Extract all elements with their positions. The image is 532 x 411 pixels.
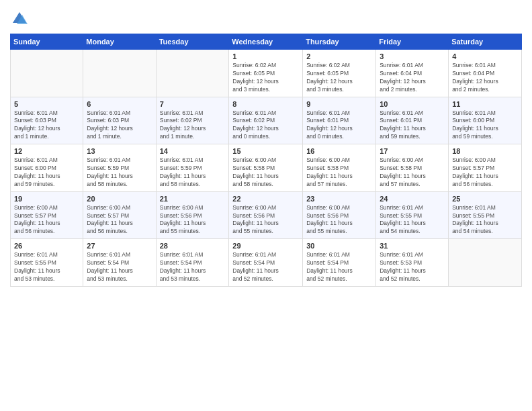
day-number: 15 — [232, 147, 299, 155]
week-row-2: 5Sunrise: 6:01 AM Sunset: 6:03 PM Daylig… — [11, 97, 522, 144]
day-info: Sunrise: 6:02 AM Sunset: 6:05 PM Dayligh… — [306, 62, 372, 94]
calendar-cell — [449, 239, 522, 287]
calendar-cell: 13Sunrise: 6:01 AM Sunset: 5:59 PM Dayli… — [83, 144, 156, 192]
day-info: Sunrise: 6:00 AM Sunset: 5:58 PM Dayligh… — [306, 156, 372, 189]
day-info: Sunrise: 6:01 AM Sunset: 5:55 PM Dayligh… — [14, 251, 79, 283]
calendar-cell: 29Sunrise: 6:01 AM Sunset: 5:54 PM Dayli… — [229, 239, 303, 287]
day-number: 22 — [232, 195, 299, 203]
calendar-cell: 4Sunrise: 6:01 AM Sunset: 6:04 PM Daylig… — [449, 50, 522, 97]
calendar-cell: 19Sunrise: 6:00 AM Sunset: 5:57 PM Dayli… — [11, 191, 83, 239]
day-info: Sunrise: 6:01 AM Sunset: 6:02 PM Dayligh… — [160, 109, 226, 142]
day-number: 24 — [380, 195, 445, 203]
day-info: Sunrise: 6:00 AM Sunset: 5:58 PM Dayligh… — [380, 156, 445, 189]
day-info: Sunrise: 6:01 AM Sunset: 6:01 PM Dayligh… — [306, 109, 372, 142]
week-row-3: 12Sunrise: 6:01 AM Sunset: 6:00 PM Dayli… — [11, 144, 522, 192]
week-row-4: 19Sunrise: 6:00 AM Sunset: 5:57 PM Dayli… — [11, 191, 522, 239]
day-number: 26 — [14, 242, 79, 250]
weekday-header-row: SundayMondayTuesdayWednesdayThursdayFrid… — [11, 34, 522, 50]
day-info: Sunrise: 6:00 AM Sunset: 5:57 PM Dayligh… — [14, 204, 79, 236]
calendar-cell: 20Sunrise: 6:00 AM Sunset: 5:57 PM Dayli… — [83, 191, 156, 239]
calendar-cell: 21Sunrise: 6:00 AM Sunset: 5:56 PM Dayli… — [156, 191, 229, 239]
weekday-header-thursday: Thursday — [303, 34, 376, 50]
day-info: Sunrise: 6:01 AM Sunset: 6:00 PM Dayligh… — [452, 109, 518, 142]
day-number: 1 — [232, 52, 299, 60]
calendar-cell — [11, 50, 83, 97]
day-info: Sunrise: 6:01 AM Sunset: 5:59 PM Dayligh… — [160, 156, 226, 189]
calendar-cell: 16Sunrise: 6:00 AM Sunset: 5:58 PM Dayli… — [303, 144, 376, 192]
weekday-header-sunday: Sunday — [11, 34, 83, 50]
day-info: Sunrise: 6:00 AM Sunset: 5:57 PM Dayligh… — [452, 156, 518, 189]
day-number: 18 — [452, 147, 518, 155]
logo-icon — [10, 9, 29, 28]
day-info: Sunrise: 6:01 AM Sunset: 5:54 PM Dayligh… — [87, 251, 152, 283]
day-number: 4 — [452, 52, 518, 60]
day-number: 25 — [452, 195, 518, 203]
day-number: 14 — [160, 147, 226, 155]
day-info: Sunrise: 6:01 AM Sunset: 6:03 PM Dayligh… — [14, 109, 79, 142]
calendar-cell: 28Sunrise: 6:01 AM Sunset: 5:54 PM Dayli… — [156, 239, 229, 287]
day-info: Sunrise: 6:01 AM Sunset: 5:54 PM Dayligh… — [306, 251, 372, 283]
calendar-cell: 15Sunrise: 6:00 AM Sunset: 5:58 PM Dayli… — [229, 144, 303, 192]
calendar-cell: 7Sunrise: 6:01 AM Sunset: 6:02 PM Daylig… — [156, 97, 229, 144]
weekday-header-tuesday: Tuesday — [156, 34, 229, 50]
calendar-cell: 6Sunrise: 6:01 AM Sunset: 6:03 PM Daylig… — [83, 97, 156, 144]
week-row-1: 1Sunrise: 6:02 AM Sunset: 6:05 PM Daylig… — [11, 50, 522, 97]
day-info: Sunrise: 6:00 AM Sunset: 5:57 PM Dayligh… — [87, 204, 152, 236]
calendar-cell: 31Sunrise: 6:01 AM Sunset: 5:53 PM Dayli… — [376, 239, 449, 287]
day-info: Sunrise: 6:01 AM Sunset: 6:00 PM Dayligh… — [14, 156, 79, 189]
day-info: Sunrise: 6:01 AM Sunset: 6:04 PM Dayligh… — [452, 62, 518, 94]
day-number: 3 — [380, 52, 445, 60]
calendar-cell: 27Sunrise: 6:01 AM Sunset: 5:54 PM Dayli… — [83, 239, 156, 287]
day-number: 28 — [160, 242, 226, 250]
day-number: 5 — [14, 100, 79, 108]
day-number: 11 — [452, 100, 518, 108]
day-info: Sunrise: 6:00 AM Sunset: 5:58 PM Dayligh… — [232, 156, 299, 189]
weekday-header-saturday: Saturday — [449, 34, 522, 50]
day-number: 19 — [14, 195, 79, 203]
day-info: Sunrise: 6:01 AM Sunset: 6:01 PM Dayligh… — [380, 109, 445, 142]
day-number: 27 — [87, 242, 152, 250]
calendar-cell: 9Sunrise: 6:01 AM Sunset: 6:01 PM Daylig… — [303, 97, 376, 144]
day-info: Sunrise: 6:01 AM Sunset: 5:59 PM Dayligh… — [87, 156, 152, 189]
day-info: Sunrise: 6:01 AM Sunset: 5:54 PM Dayligh… — [232, 251, 299, 283]
calendar: SundayMondayTuesdayWednesdayThursdayFrid… — [10, 34, 522, 287]
day-info: Sunrise: 6:00 AM Sunset: 5:56 PM Dayligh… — [306, 204, 372, 236]
calendar-cell: 1Sunrise: 6:02 AM Sunset: 6:05 PM Daylig… — [229, 50, 303, 97]
day-info: Sunrise: 6:00 AM Sunset: 5:56 PM Dayligh… — [160, 204, 226, 236]
day-number: 21 — [160, 195, 226, 203]
day-info: Sunrise: 6:01 AM Sunset: 5:53 PM Dayligh… — [380, 251, 445, 283]
calendar-cell: 5Sunrise: 6:01 AM Sunset: 6:03 PM Daylig… — [11, 97, 83, 144]
day-info: Sunrise: 6:01 AM Sunset: 6:02 PM Dayligh… — [232, 109, 299, 142]
day-info: Sunrise: 6:01 AM Sunset: 5:54 PM Dayligh… — [160, 251, 226, 283]
calendar-cell: 23Sunrise: 6:00 AM Sunset: 5:56 PM Dayli… — [303, 191, 376, 239]
weekday-header-friday: Friday — [376, 34, 449, 50]
calendar-cell — [83, 50, 156, 97]
calendar-cell: 22Sunrise: 6:00 AM Sunset: 5:56 PM Dayli… — [229, 191, 303, 239]
day-info: Sunrise: 6:01 AM Sunset: 6:03 PM Dayligh… — [87, 109, 152, 142]
calendar-cell: 17Sunrise: 6:00 AM Sunset: 5:58 PM Dayli… — [376, 144, 449, 192]
calendar-cell: 10Sunrise: 6:01 AM Sunset: 6:01 PM Dayli… — [376, 97, 449, 144]
page: SundayMondayTuesdayWednesdayThursdayFrid… — [0, 0, 532, 411]
calendar-cell: 18Sunrise: 6:00 AM Sunset: 5:57 PM Dayli… — [449, 144, 522, 192]
calendar-cell: 24Sunrise: 6:01 AM Sunset: 5:55 PM Dayli… — [376, 191, 449, 239]
calendar-cell: 3Sunrise: 6:01 AM Sunset: 6:04 PM Daylig… — [376, 50, 449, 97]
calendar-cell: 25Sunrise: 6:01 AM Sunset: 5:55 PM Dayli… — [449, 191, 522, 239]
day-number: 9 — [306, 100, 372, 108]
day-number: 2 — [306, 52, 372, 60]
day-number: 16 — [306, 147, 372, 155]
calendar-cell: 12Sunrise: 6:01 AM Sunset: 6:00 PM Dayli… — [11, 144, 83, 192]
day-number: 6 — [87, 100, 152, 108]
calendar-cell: 26Sunrise: 6:01 AM Sunset: 5:55 PM Dayli… — [11, 239, 83, 287]
day-number: 17 — [380, 147, 445, 155]
weekday-header-wednesday: Wednesday — [229, 34, 303, 50]
weekday-header-monday: Monday — [83, 34, 156, 50]
week-row-5: 26Sunrise: 6:01 AM Sunset: 5:55 PM Dayli… — [11, 239, 522, 287]
header — [10, 7, 522, 28]
day-number: 31 — [380, 242, 445, 250]
calendar-cell: 8Sunrise: 6:01 AM Sunset: 6:02 PM Daylig… — [229, 97, 303, 144]
calendar-cell: 11Sunrise: 6:01 AM Sunset: 6:00 PM Dayli… — [449, 97, 522, 144]
calendar-cell: 30Sunrise: 6:01 AM Sunset: 5:54 PM Dayli… — [303, 239, 376, 287]
day-info: Sunrise: 6:00 AM Sunset: 5:56 PM Dayligh… — [232, 204, 299, 236]
day-number: 20 — [87, 195, 152, 203]
calendar-cell: 2Sunrise: 6:02 AM Sunset: 6:05 PM Daylig… — [303, 50, 376, 97]
